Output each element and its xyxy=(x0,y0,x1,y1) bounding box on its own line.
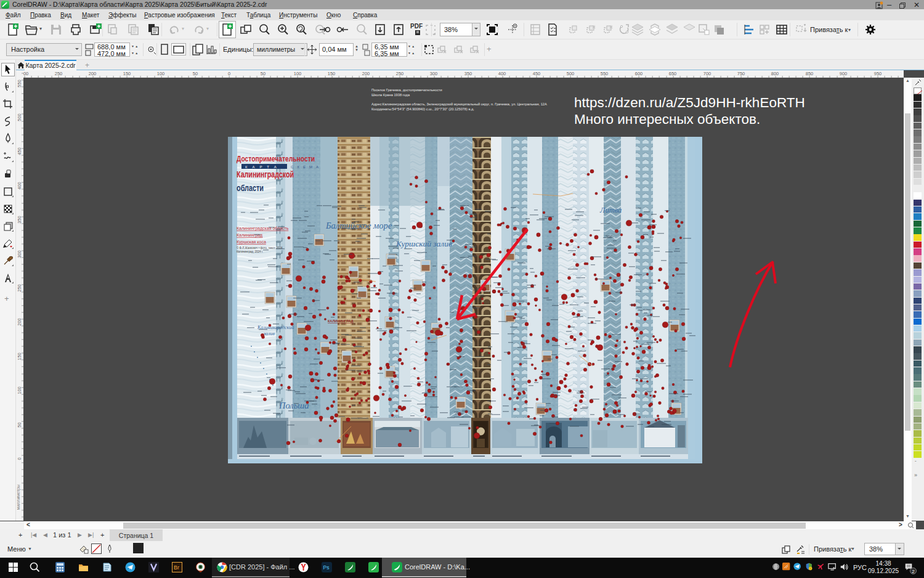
svg-text:КАЛИНИНГРАД: КАЛИНИНГРАД xyxy=(328,319,354,323)
svg-text:© Ф.Л.Жанкович • фото, текст,: © Ф.Л.Жанкович • фото, текст, 2024 xyxy=(237,246,283,250)
svg-text:!: ! xyxy=(810,568,811,571)
svg-text:Литва: Литва xyxy=(599,206,622,214)
svg-text:Ps: Ps xyxy=(323,564,330,571)
svg-text:Калининградской: Калининградской xyxy=(237,169,294,179)
svg-text:Куршский залив: Куршский залив xyxy=(395,239,452,248)
svg-text:КАРТА: КАРТА xyxy=(245,165,282,169)
svg-text:Калининград, 2024 г.: Калининград, 2024 г. xyxy=(237,250,263,253)
svg-text:области: области xyxy=(237,183,264,193)
svg-text:СХЕМА: СХЕМА xyxy=(291,165,322,169)
svg-text:Польша: Польша xyxy=(278,401,309,410)
svg-text:Куршская коса: Куршская коса xyxy=(237,240,266,245)
svg-text:Br: Br xyxy=(174,564,179,571)
svg-text:залив: залив xyxy=(263,331,275,336)
svg-text:Калининград: Калининград xyxy=(237,233,262,238)
svg-text:Достопримечательности: Достопримечательности xyxy=(237,154,315,163)
